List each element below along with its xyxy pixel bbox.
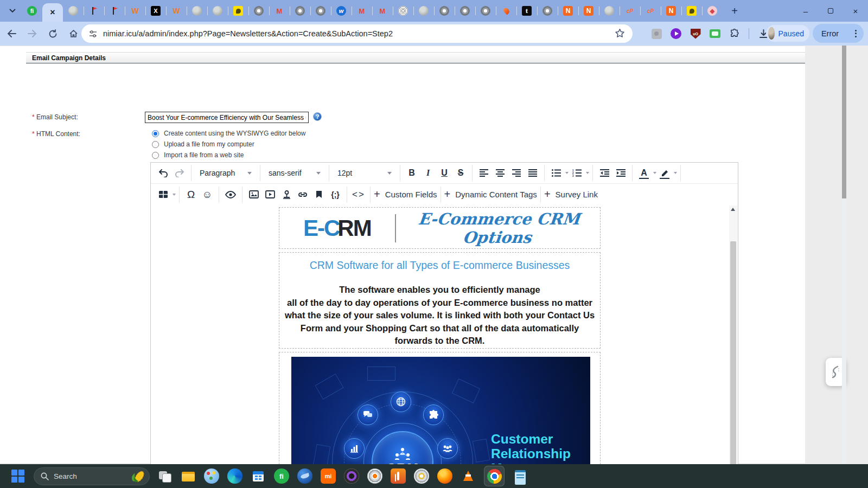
strikethrough-button[interactable]: S — [452, 165, 469, 181]
bijoy-taskbar-icon[interactable] — [391, 468, 406, 484]
special-character-button[interactable]: Ω — [183, 187, 199, 203]
generic-extension-icon[interactable] — [651, 28, 662, 39]
back-button[interactable] — [2, 24, 21, 43]
browser-tab[interactable] — [496, 0, 516, 22]
tab-search-button[interactable] — [4, 3, 21, 19]
help-icon[interactable]: ? — [313, 112, 322, 121]
indent-button[interactable] — [612, 165, 629, 181]
merge-tag-button[interactable]: {;} — [327, 187, 343, 203]
taskbar-search[interactable]: Search — [34, 467, 150, 485]
browser-tab[interactable] — [187, 0, 207, 22]
browser-tab[interactable]: W — [125, 0, 145, 22]
paint-taskbar-icon[interactable] — [204, 468, 219, 484]
browser-tab[interactable]: X — [145, 0, 166, 22]
new-tab-button[interactable]: + — [727, 3, 742, 18]
browser-tab[interactable]: N — [558, 0, 578, 22]
browser-tab[interactable] — [599, 0, 620, 22]
browser-tab[interactable] — [413, 0, 434, 22]
disc-burner-silver-taskbar-icon[interactable] — [367, 468, 382, 484]
disc-burner-gold-taskbar-icon[interactable] — [414, 468, 429, 484]
html-content-option-0[interactable]: Create content using the WYSIWYG editor … — [152, 130, 305, 137]
editor-scrollbar-thumb[interactable] — [730, 241, 736, 488]
redo-button[interactable] — [171, 165, 188, 181]
radio-button[interactable] — [152, 130, 159, 137]
microsoft-store-taskbar-icon[interactable] — [251, 468, 266, 484]
browser-tab[interactable] — [63, 0, 84, 22]
address-bar[interactable]: nimiar.icu/a/admin/index.php?Page=Newsle… — [81, 24, 633, 43]
anchor-button[interactable] — [278, 187, 295, 203]
scroll-up-arrow[interactable] — [731, 208, 735, 211]
font-size-select[interactable]: 12pt — [333, 164, 397, 182]
table-button[interactable] — [155, 187, 171, 203]
vlc-taskbar-icon[interactable] — [461, 468, 476, 484]
emoticon-button[interactable]: ☺ — [199, 187, 215, 203]
italic-button[interactable]: I — [420, 165, 436, 181]
highlight-color-button[interactable] — [656, 165, 673, 181]
image-button[interactable] — [246, 187, 262, 203]
mi-taskbar-icon[interactable]: mi — [321, 468, 336, 484]
browser-tab[interactable] — [290, 0, 310, 22]
maximize-button[interactable] — [818, 0, 843, 22]
numbered-list-menu-chevron[interactable] — [586, 172, 589, 174]
url-text[interactable]: nimiar.icu/a/admin/index.php?Page=Newsle… — [103, 29, 393, 38]
browser-tab[interactable] — [434, 0, 455, 22]
firefox-taskbar-icon[interactable] — [437, 468, 452, 484]
video-downloader-extension-icon[interactable] — [671, 28, 681, 39]
browser-tab[interactable]: cP — [620, 0, 640, 22]
active-app-highlight[interactable] — [484, 466, 505, 486]
browser-tab[interactable] — [681, 0, 702, 22]
fi-app-taskbar-icon[interactable]: fi — [274, 468, 289, 484]
browser-tab[interactable] — [310, 0, 331, 22]
browser-tab[interactable]: N — [578, 0, 599, 22]
site-info-icon[interactable] — [88, 29, 98, 38]
browser-tab[interactable]: N — [661, 0, 681, 22]
close-button[interactable]: × — [843, 0, 868, 22]
browser-tab[interactable]: fi — [22, 0, 42, 22]
editor-scrollbar[interactable] — [729, 206, 737, 488]
editor-canvas[interactable]: E-CRM E-Commerce CRM Options CRM Softwar… — [151, 206, 738, 488]
bold-button[interactable]: B — [404, 165, 420, 181]
bookmark-button[interactable] — [311, 187, 327, 203]
email-text-block[interactable]: CRM Software for all Types of E-commerce… — [279, 252, 601, 349]
minimize-button[interactable]: – — [793, 0, 818, 22]
edge-taskbar-icon[interactable] — [227, 468, 242, 484]
align-right-button[interactable] — [508, 165, 525, 181]
text-color-button[interactable]: A — [636, 165, 652, 181]
browser-tab[interactable] — [84, 0, 104, 22]
browser-tab[interactable] — [475, 0, 496, 22]
browser-tab[interactable] — [537, 0, 558, 22]
start-button[interactable] — [11, 469, 25, 483]
mail-extension-icon[interactable] — [710, 28, 720, 39]
home-button[interactable] — [64, 24, 82, 43]
file-explorer-taskbar-icon[interactable] — [181, 468, 196, 484]
format-select[interactable]: Paragraph — [195, 164, 257, 182]
chrome-taskbar-icon[interactable] — [487, 469, 502, 484]
radio-button[interactable] — [152, 152, 159, 159]
browser-tab[interactable]: M — [372, 0, 393, 22]
task-view-taskbar-icon[interactable] — [157, 468, 173, 484]
align-left-button[interactable] — [476, 165, 492, 181]
browser-tab[interactable]: ◆ — [702, 0, 723, 22]
browser-tab[interactable]: M — [269, 0, 290, 22]
ublock-extension-icon[interactable]: uO — [690, 28, 701, 39]
browser-scrollbar-thumb[interactable] — [842, 46, 846, 198]
error-button[interactable]: Error — [813, 24, 847, 43]
extensions-puzzle-button[interactable] — [729, 28, 740, 39]
preview-button[interactable] — [222, 187, 239, 203]
browser-tab[interactable]: cP — [640, 0, 661, 22]
font-select[interactable]: sans-serif — [264, 164, 326, 182]
browser-tab[interactable] — [393, 0, 413, 22]
media-button[interactable] — [262, 187, 278, 203]
reload-button[interactable] — [43, 24, 62, 43]
browser-tab[interactable] — [248, 0, 269, 22]
email-header-block[interactable]: E-CRM E-Commerce CRM Options — [279, 207, 601, 249]
browser-tab[interactable] — [228, 0, 248, 22]
browser-tab[interactable] — [207, 0, 228, 22]
html-content-option-1[interactable]: Upload a file from my computer — [152, 140, 254, 148]
forward-button[interactable] — [23, 24, 41, 43]
bookmark-star-button[interactable] — [615, 28, 625, 41]
align-center-button[interactable] — [492, 165, 508, 181]
browser-tab[interactable] — [104, 0, 125, 22]
thunderbird-taskbar-icon[interactable] — [297, 468, 312, 484]
highlight-color-menu-chevron[interactable] — [674, 172, 677, 174]
